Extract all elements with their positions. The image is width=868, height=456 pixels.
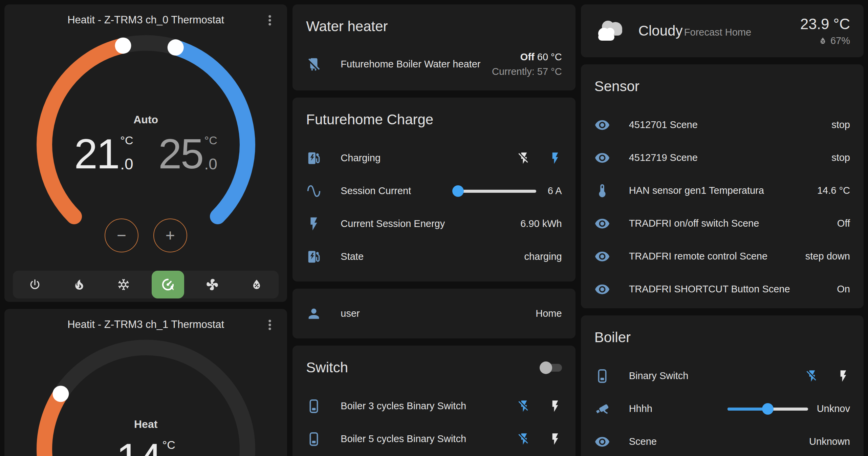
flash-off-icon[interactable]: [517, 151, 531, 165]
weather-card[interactable]: Cloudy Forecast Home 23.9 °C 67%: [581, 4, 864, 57]
mode-button-dry[interactable]: [240, 271, 273, 298]
slider-knob[interactable]: [762, 403, 774, 415]
more-options-icon[interactable]: [263, 318, 277, 332]
low-handle[interactable]: [115, 38, 131, 54]
sensor-row[interactable]: TRADFRI on/off switch Scene Off: [594, 207, 850, 240]
charge-card: Futurehome Charge Charging Session Curre…: [292, 98, 575, 282]
switch-card: Switch Boiler 3 cycles Binary Switch Boi…: [292, 346, 575, 456]
water-heater-title: Water heater: [306, 15, 562, 38]
eye-icon: [594, 150, 610, 166]
mode-button-cool[interactable]: [107, 271, 140, 298]
snowflake-icon: [117, 278, 130, 291]
boiler3-label: Boiler 3 cycles Binary Switch: [341, 400, 466, 412]
humidity-icon: [818, 36, 827, 45]
switch-toggle[interactable]: [540, 361, 562, 374]
water-heater-row[interactable]: Futurehome Boiler Water heater Off 60 °C…: [306, 48, 562, 81]
weather-temperature: 23.9 °C: [800, 16, 850, 33]
thermostat-ch0-header: Heatit - Z-TRM3 ch_0 Thermostat: [4, 4, 287, 27]
sine-wave-icon: [306, 183, 322, 199]
dashboard: Heatit - Z-TRM3 ch_0 Thermostat Auto 21 …: [0, 0, 868, 456]
boiler-card: Boiler Binary Switch Hhhh Unknov Scen: [581, 315, 864, 456]
weather-right: 23.9 °C 67%: [800, 16, 850, 46]
thermostat-ch0-targets: 21 °C .0 25 °C .0: [4, 132, 287, 175]
hhhh-row[interactable]: Hhhh Unknov: [594, 392, 850, 425]
target-low-unit: °C: [120, 134, 133, 147]
increase-temperature-button[interactable]: +: [153, 219, 187, 252]
flash-icon[interactable]: [548, 399, 562, 413]
target-temp: 14 °C: [116, 437, 175, 456]
sensor-row[interactable]: TRADFRI SHORTCUT Button Scene On: [594, 273, 850, 306]
mode-button-off[interactable]: [19, 271, 51, 298]
mode-button-auto[interactable]: [152, 271, 184, 298]
thermometer-icon: [594, 183, 610, 199]
flash-off-icon[interactable]: [805, 369, 819, 383]
scene-value: Unknown: [809, 436, 850, 447]
target-high-decimal: .0: [204, 155, 217, 173]
sensor-row[interactable]: 4512701 Scene stop: [594, 108, 850, 141]
mode-button-fan[interactable]: [196, 271, 229, 298]
charging-label: Charging: [341, 152, 381, 164]
flash-icon: [306, 216, 322, 232]
flash-icon[interactable]: [548, 432, 562, 446]
session-energy-value: 6.90 kWh: [520, 218, 562, 229]
flash-off-icon[interactable]: [517, 432, 531, 446]
left-column: Heatit - Z-TRM3 ch_0 Thermostat Auto 21 …: [4, 4, 287, 456]
user-row[interactable]: user Home: [306, 297, 562, 330]
high-handle[interactable]: [167, 39, 183, 56]
mode-button-heat[interactable]: [63, 271, 95, 298]
target-low-value: 21: [74, 132, 119, 175]
boiler5-row[interactable]: Boiler 5 cycles Binary Switch: [306, 422, 562, 455]
user-label: user: [341, 308, 360, 319]
sensor-row[interactable]: TRADFRI remote control Scene step down: [594, 240, 850, 273]
session-current-value: 6 A: [548, 185, 562, 196]
thermostat-ch0-stepper: − +: [4, 219, 287, 252]
flash-icon[interactable]: [548, 151, 562, 165]
decrease-temperature-button[interactable]: −: [105, 219, 138, 252]
thermostat-ch0-mode-label: Auto: [4, 113, 287, 126]
charging-row[interactable]: Charging: [306, 142, 562, 174]
session-energy-row[interactable]: Current Session Energy 6.90 kWh: [306, 207, 562, 240]
thermostat-ch1-mode-label: Heat: [4, 418, 287, 431]
water-heater-card: Water heater Futurehome Boiler Water hea…: [292, 4, 575, 90]
thermostat-ch1-header: Heatit - Z-TRM3 ch_1 Thermostat: [4, 309, 287, 331]
sensor-row[interactable]: HAN sensor gen1 Temperatura 14.6 °C: [594, 174, 850, 207]
fire-icon: [72, 278, 86, 291]
target-high: 25 °C .0: [158, 132, 217, 175]
more-options-icon[interactable]: [263, 13, 277, 27]
cloudy-icon: [594, 18, 627, 43]
session-current-slider[interactable]: [456, 184, 536, 198]
user-value: Home: [536, 308, 562, 319]
sensor-card: Sensor 4512701 Scene stop 4512719 Scene …: [581, 64, 864, 308]
target-high-value: 25: [158, 132, 203, 175]
power-icon: [28, 278, 42, 291]
session-current-row[interactable]: Session Current 6 A: [306, 174, 562, 207]
water-heater-state: Off: [520, 51, 535, 62]
flash-off-icon[interactable]: [517, 399, 531, 413]
thermostat-ch1-title: Heatit - Z-TRM3 ch_1 Thermostat: [67, 318, 224, 331]
sensor-row[interactable]: 4512719 Scene stop: [594, 141, 850, 174]
hvac-mode-row: [13, 271, 279, 298]
water-percent-icon: [250, 278, 263, 291]
charge-state-row[interactable]: State charging: [306, 240, 562, 273]
target-low: 21 °C .0: [74, 132, 133, 175]
boiler5-label: Boiler 5 cycles Binary Switch: [341, 433, 466, 444]
weather-humidity: 67%: [830, 35, 850, 46]
target-low-decimal: .0: [120, 155, 133, 173]
hhhh-slider[interactable]: [728, 402, 808, 416]
rocker-switch-icon: [594, 368, 610, 384]
hhhh-value: Unknov: [817, 403, 850, 414]
water-heater-currently: Currently: 57 °C: [492, 66, 562, 77]
slider-knob[interactable]: [452, 185, 464, 197]
flash-icon[interactable]: [837, 369, 850, 383]
charge-title: Futurehome Charge: [306, 108, 562, 131]
right-column: Cloudy Forecast Home 23.9 °C 67% Sensor …: [581, 4, 864, 456]
toggle-knob[interactable]: [540, 361, 552, 374]
target-handle[interactable]: [52, 386, 69, 402]
eye-icon: [594, 434, 610, 450]
boiler3-row[interactable]: Boiler 3 cycles Binary Switch: [306, 390, 562, 422]
scene-row[interactable]: Scene Unknown: [594, 425, 850, 456]
target-temp-unit: °C: [162, 438, 175, 452]
ev-station-icon: [306, 150, 322, 166]
binary-switch-row[interactable]: Binary Switch: [594, 359, 850, 392]
eye-icon: [594, 117, 610, 133]
